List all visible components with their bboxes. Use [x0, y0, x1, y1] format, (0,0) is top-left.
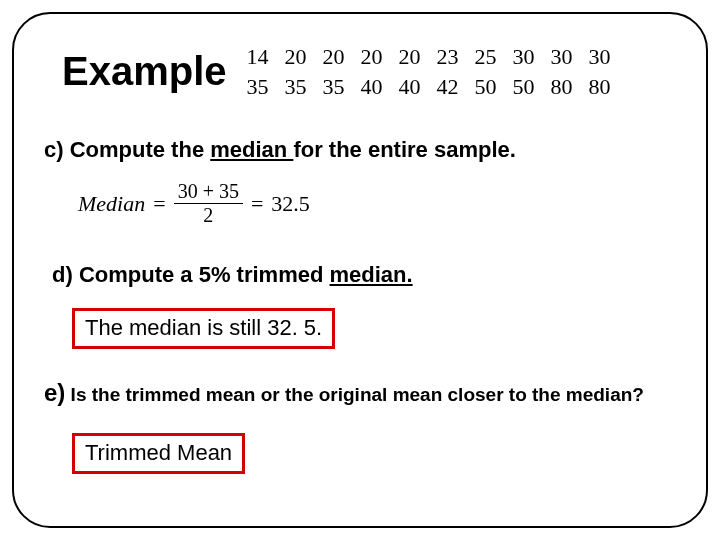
question-c-rest: for the entire sample.: [293, 137, 516, 162]
data-cell: 40: [397, 72, 423, 102]
question-c-label: c) Compute the: [44, 137, 210, 162]
data-cell: 35: [283, 72, 309, 102]
data-cell: 80: [587, 72, 613, 102]
table-row: 35 35 35 40 40 42 50 50 80 80: [245, 72, 613, 102]
data-cell: 35: [245, 72, 271, 102]
median-formula: Median = 30 + 35 2 = 32.5: [42, 181, 678, 226]
data-cell: 80: [549, 72, 575, 102]
slide-title: Example: [62, 49, 227, 94]
data-cell: 42: [435, 72, 461, 102]
question-d: d) Compute a 5% trimmed median.: [42, 262, 678, 288]
question-c-underlined: median: [210, 137, 293, 162]
table-row: 14 20 20 20 20 23 25 30 30 30: [245, 42, 613, 72]
data-cell: 50: [473, 72, 499, 102]
answer-box-e: Trimmed Mean: [72, 433, 245, 474]
question-e-text: Is the trimmed mean or the original mean…: [65, 384, 644, 405]
data-cell: 20: [283, 42, 309, 72]
formula-fraction: 30 + 35 2: [174, 181, 243, 226]
title-row: Example 14 20 20 20 20 23 25 30 30 30 35…: [42, 42, 678, 101]
data-cell: 25: [473, 42, 499, 72]
answer-box-d: The median is still 32. 5.: [72, 308, 335, 349]
sample-data-table: 14 20 20 20 20 23 25 30 30 30 35 35 35 4…: [245, 42, 613, 101]
formula-numerator: 30 + 35: [174, 181, 243, 204]
question-d-underlined: median.: [329, 262, 412, 287]
data-cell: 20: [359, 42, 385, 72]
data-cell: 20: [321, 42, 347, 72]
data-cell: 35: [321, 72, 347, 102]
formula-lhs: Median: [78, 191, 145, 217]
formula-result: 32.5: [271, 191, 310, 217]
data-cell: 20: [397, 42, 423, 72]
data-cell: 50: [511, 72, 537, 102]
data-cell: 23: [435, 42, 461, 72]
data-cell: 30: [587, 42, 613, 72]
data-cell: 14: [245, 42, 271, 72]
question-e-lead: e): [44, 379, 65, 406]
slide-frame: Example 14 20 20 20 20 23 25 30 30 30 35…: [12, 12, 708, 528]
data-cell: 40: [359, 72, 385, 102]
formula-denominator: 2: [203, 204, 213, 226]
question-e: e) Is the trimmed mean or the original m…: [42, 379, 678, 407]
data-cell: 30: [511, 42, 537, 72]
question-d-label: d) Compute a 5% trimmed: [52, 262, 329, 287]
data-cell: 30: [549, 42, 575, 72]
question-c: c) Compute the median for the entire sam…: [42, 137, 678, 163]
